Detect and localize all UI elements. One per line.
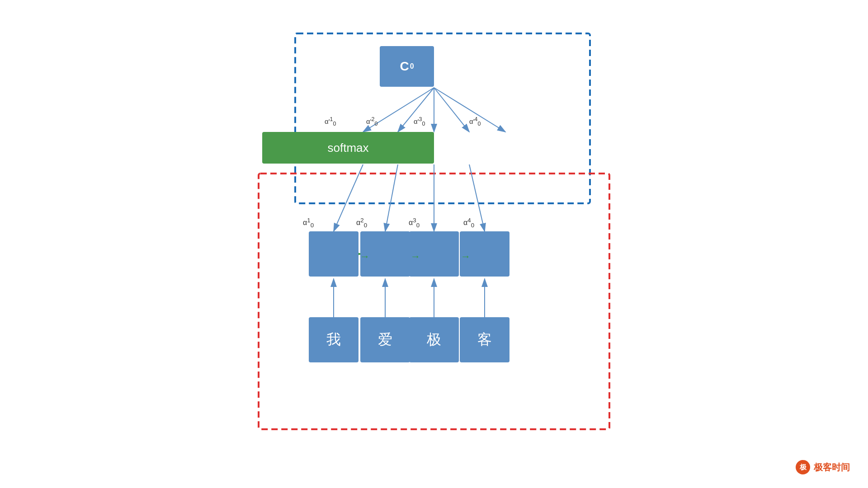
- watermark-text: 极客时间: [814, 461, 850, 474]
- arrow-1-2: →: [360, 251, 370, 263]
- arrow-3-4: →: [461, 251, 471, 263]
- char-3: 极: [427, 330, 441, 350]
- alpha-3: α30: [409, 217, 420, 229]
- svg-line-5: [434, 88, 469, 132]
- alpha-2: α20: [356, 217, 367, 229]
- diagram-container: C0 α'10 α'20 α'30 α'40 softmax α10 α20 α…: [258, 33, 610, 439]
- alpha-prime-2: α'20: [366, 116, 377, 127]
- c0-label: C: [400, 59, 409, 74]
- input-box-3: 极: [409, 317, 459, 362]
- alpha-4: α40: [463, 217, 474, 229]
- svg-rect-1: [259, 174, 609, 429]
- softmax-label: softmax: [327, 141, 368, 155]
- arrow-2-3: →: [410, 251, 420, 263]
- watermark-icon: 极: [796, 460, 810, 474]
- watermark: 极 极客时间: [796, 460, 850, 474]
- alpha-1: α10: [303, 217, 314, 229]
- c0-node: C0: [380, 46, 434, 87]
- softmax-node: softmax: [262, 132, 434, 164]
- svg-rect-0: [295, 33, 590, 203]
- input-box-2: 爱: [360, 317, 410, 362]
- alpha-prime-1: α'10: [325, 116, 336, 127]
- encoder-box-1: [309, 231, 359, 277]
- alpha-prime-4: α'40: [469, 116, 481, 127]
- alpha-prime-3: α'30: [414, 116, 425, 127]
- char-2: 爱: [378, 330, 392, 350]
- input-box-1: 我: [309, 317, 359, 362]
- char-1: 我: [326, 330, 341, 350]
- input-box-4: 客: [460, 317, 509, 362]
- svg-line-8: [385, 164, 398, 231]
- c0-subscript: 0: [410, 62, 414, 70]
- char-4: 客: [477, 330, 492, 350]
